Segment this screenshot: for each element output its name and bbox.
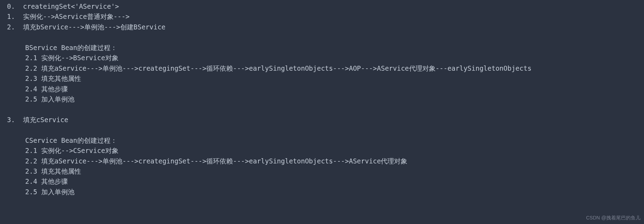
code-line-4: 2.1 实例化-->BService对象 (0, 53, 644, 63)
blank-line (0, 104, 644, 114)
watermark-text: CSDN @拽着尾巴的鱼儿 (586, 214, 641, 222)
code-line-10: CService Bean的创建过程： (0, 135, 644, 146)
code-line-1: 1. 实例化-->AService普通对象---> (0, 12, 644, 22)
code-line-8: 2.5 加入单例池 (0, 94, 644, 104)
blank-line (0, 125, 644, 135)
code-line-14: 2.4 其他步骤 (0, 176, 644, 187)
code-line-6: 2.3 填充其他属性 (0, 74, 644, 84)
code-line-15: 2.5 加入单例池 (0, 187, 644, 197)
code-line-2: 2. 填充bService--->单例池--->创建BService (0, 22, 644, 32)
code-line-7: 2.4 其他步骤 (0, 84, 644, 94)
code-line-13: 2.3 填充其他属性 (0, 166, 644, 176)
code-line-0: 0. createingSet<'AService'> (0, 1, 644, 12)
blank-line (0, 32, 644, 42)
code-line-12: 2.2 填充aService--->单例池--->creategingSet--… (0, 156, 644, 166)
code-line-11: 2.1 实例化-->CService对象 (0, 146, 644, 156)
code-line-5: 2.2 填充aService--->单例池--->creategingSet--… (0, 63, 644, 74)
code-line-3: BService Bean的创建过程： (0, 43, 644, 53)
code-line-9: 3. 填充cService (0, 115, 644, 125)
